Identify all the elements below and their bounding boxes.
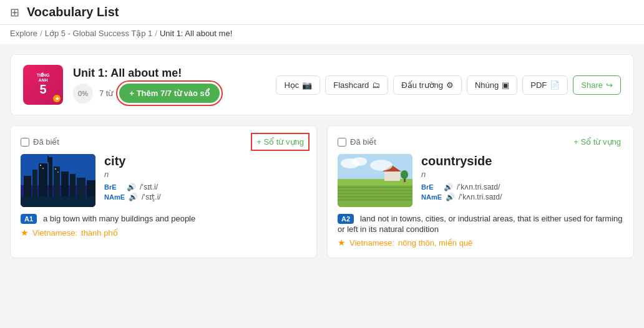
da-biet-city[interactable]: Đã biết [21, 137, 59, 147]
breadcrumb-current: Unit 1: All about me! [160, 29, 232, 38]
word-count: 7 từ [99, 89, 113, 98]
vn-label-countryside: Vietnamese: [349, 238, 394, 248]
svg-rect-21 [338, 190, 412, 191]
share-button[interactable]: Share ↪ [573, 75, 621, 95]
badge-line1: TIẾNG [37, 73, 50, 78]
word-pos-city: n [104, 170, 306, 179]
unit-header: TIẾNG ANH 5 ★ Unit 1: All about me! 0% 7… [10, 54, 634, 115]
name-row-countryside: NAmE 🔊 /ˈkʌn.tri.saɪd/ [421, 193, 623, 201]
unit-info: Unit 1: All about me! 0% 7 từ + Thêm 7/7… [73, 67, 220, 104]
hoc-button[interactable]: Học 📷 [276, 75, 320, 95]
svg-rect-13 [40, 165, 41, 166]
card-body-city: city n BrE 🔊 /ˈsɪt.i/ NAmE 🔊 /ˈsɪt̬.i/ [21, 154, 306, 207]
svg-rect-23 [338, 196, 412, 198]
name-pron-city: /ˈsɪt̬.i/ [142, 193, 161, 201]
definition-city: a big town with many buildings and peopl… [43, 214, 195, 223]
vn-label-city: Vietnamese: [32, 228, 77, 238]
pdf-label: PDF [530, 80, 547, 90]
name-label-countryside: NAmE [421, 193, 442, 201]
breadcrumb-sep2: / [155, 29, 157, 38]
nhung-label: Nhúng [475, 80, 499, 90]
word-name-countryside: countryside [421, 154, 623, 168]
card-top-countryside: Đã biết + Sổ từ vựng [338, 136, 623, 148]
badge-star: ★ [53, 95, 61, 102]
vocab-card-city: Đã biết + Sổ từ vựng [10, 125, 317, 258]
flashcard-button[interactable]: Flashcard 🗂 [325, 75, 388, 95]
share-icon: ↪ [606, 80, 613, 90]
card-footer-countryside: A2 land not in towns, cities, or industr… [338, 213, 623, 248]
breadcrumb-explore[interactable]: Explore [10, 29, 37, 38]
name-speaker-city[interactable]: 🔊 [129, 193, 138, 201]
vn-star-city: ★ [21, 228, 29, 238]
vietnamese-row-countryside: ★ Vietnamese: nông thôn, miền quê [338, 238, 623, 248]
vn-text-countryside: nông thôn, miền quê [398, 238, 472, 248]
badge-number: 5 [39, 82, 46, 97]
embed-icon: ▣ [502, 80, 509, 90]
da-biet-checkbox-city[interactable] [21, 138, 29, 147]
add-words-button[interactable]: + Thêm 7/7 từ vào sổ [119, 84, 219, 103]
svg-rect-22 [338, 193, 412, 195]
main-content: TIẾNG ANH 5 ★ Unit 1: All about me! 0% 7… [0, 44, 644, 268]
dau-truong-label: Đấu trường [401, 80, 443, 90]
word-details-city: city n BrE 🔊 /ˈsɪt.i/ NAmE 🔊 /ˈsɪt̬.i/ [104, 154, 306, 203]
word-name-city: city [104, 154, 306, 168]
bre-row-countryside: BrE 🔊 /ˈkʌn.tri.saɪd/ [421, 183, 623, 191]
word-details-countryside: countryside n BrE 🔊 /ˈkʌn.tri.saɪd/ NAmE… [421, 154, 623, 203]
vietnamese-row-city: ★ Vietnamese: thành phố [21, 228, 306, 238]
unit-title: Unit 1: All about me! [73, 67, 220, 80]
breadcrumb-book[interactable]: Lớp 5 - Global Success Tập 1 [45, 29, 153, 38]
vn-text-city: thành phố [81, 228, 118, 238]
percent-badge: 0% [73, 84, 93, 104]
bre-speaker-countryside[interactable]: 🔊 [444, 183, 453, 191]
svg-rect-6 [47, 156, 49, 162]
grid-icon[interactable]: ⊞ [10, 6, 19, 19]
card-top-city: Đã biết + Sổ từ vựng [21, 136, 306, 148]
svg-point-28 [401, 170, 408, 179]
card-body-countryside: countryside n BrE 🔊 /ˈkʌn.tri.saɪd/ NAmE… [338, 154, 623, 207]
svg-rect-15 [55, 168, 56, 170]
top-bar: ⊞ Vocabulary List [0, 0, 644, 25]
bre-pron-countryside: /ˈkʌn.tri.saɪd/ [457, 183, 500, 191]
vocab-card-countryside: Đã biết + Sổ từ vựng [327, 125, 634, 258]
pdf-button[interactable]: PDF 📄 [522, 75, 568, 95]
svg-point-30 [352, 157, 367, 166]
da-biet-checkbox-countryside[interactable] [338, 138, 346, 147]
name-speaker-countryside[interactable]: 🔊 [446, 193, 455, 201]
book-badge: TIẾNG ANH 5 ★ [23, 65, 63, 105]
countryside-image [338, 154, 412, 207]
definition-countryside: land not in towns, cities, or industrial… [338, 214, 623, 234]
level-badge-city: A1 [21, 214, 37, 224]
svg-rect-25 [384, 171, 400, 181]
dau-truong-button[interactable]: Đấu trường ⚙ [393, 75, 462, 95]
page-title: Vocabulary List [27, 5, 119, 19]
unit-stats: 0% 7 từ + Thêm 7/7 từ vào sổ [73, 84, 220, 104]
share-label: Share [581, 80, 603, 90]
flashcard-icon: 🗂 [372, 80, 380, 90]
city-image [21, 154, 95, 207]
level-badge-countryside: A2 [338, 214, 354, 224]
svg-rect-20 [338, 186, 412, 188]
da-biet-countryside[interactable]: Đã biết [338, 137, 376, 147]
name-pron-countryside: /ˈkʌn.tri.saɪd/ [459, 193, 502, 201]
name-label-city: NAmE [104, 193, 125, 201]
bre-pron-city: /ˈsɪt.i/ [140, 183, 158, 191]
breadcrumb: Explore / Lớp 5 - Global Success Tập 1 /… [0, 25, 644, 44]
vn-star-countryside: ★ [338, 238, 346, 248]
flashcard-label: Flashcard [333, 80, 369, 90]
svg-rect-24 [338, 199, 412, 201]
name-row-city: NAmE 🔊 /ˈsɪt̬.i/ [104, 193, 306, 201]
so-tu-vung-button-city[interactable]: + Sổ từ vựng [254, 136, 306, 148]
svg-rect-12 [21, 196, 95, 207]
so-tu-vung-button-countryside[interactable]: + Sổ từ vựng [571, 136, 623, 148]
bre-speaker-city[interactable]: 🔊 [127, 183, 136, 191]
game-icon: ⚙ [446, 80, 454, 90]
nhung-button[interactable]: Nhúng ▣ [467, 75, 517, 95]
bre-row-city: BrE 🔊 /ˈsɪt.i/ [104, 183, 306, 191]
bre-label-countryside: BrE [421, 183, 440, 191]
pdf-icon: 📄 [550, 80, 560, 90]
breadcrumb-sep1: / [40, 29, 42, 38]
card-footer-city: A1 a big town with many buildings and pe… [21, 213, 306, 238]
vocab-grid: Đã biết + Sổ từ vựng [10, 125, 634, 258]
svg-rect-16 [57, 171, 59, 173]
word-pos-countryside: n [421, 170, 623, 179]
